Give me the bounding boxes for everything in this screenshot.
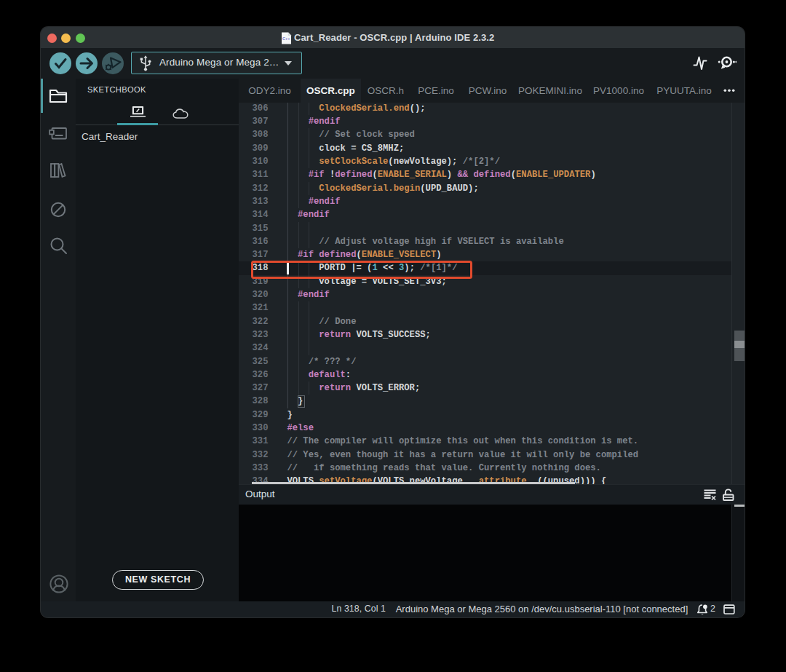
svg-text:C++: C++ (282, 36, 290, 41)
